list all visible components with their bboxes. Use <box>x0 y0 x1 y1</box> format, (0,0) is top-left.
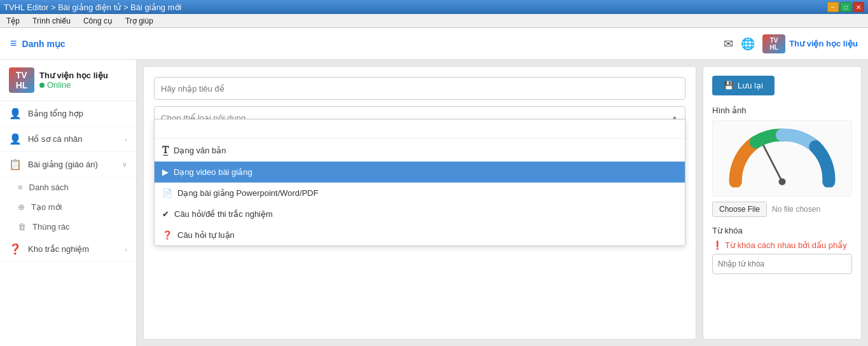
status-dot-icon <box>39 83 45 88</box>
image-preview <box>712 120 852 197</box>
profile-chevron-icon: ‹ <box>125 135 127 143</box>
list-icon: ≡ <box>18 183 23 192</box>
main-layout: TVHL Thư viện học liệu Online 👤 Bảng tổn… <box>0 60 868 346</box>
keyword-input[interactable] <box>712 254 852 274</box>
hamburger-icon[interactable]: ≡ <box>10 37 17 50</box>
menu-help[interactable]: Trợ giúp <box>121 15 157 27</box>
profile-icon: 👤 <box>9 133 22 145</box>
minimize-button[interactable]: − <box>827 2 839 12</box>
content-area: Chọn thể loại nội dung ▲ T̲ Dạng văn bản… <box>137 60 868 346</box>
dropdown-item-text[interactable]: T̲ Dạng văn bản <box>155 139 685 162</box>
keyword-section-label: Từ khóa <box>712 226 852 235</box>
sidebar-item-profile[interactable]: 👤 Hồ sơ cá nhân ‹ <box>0 127 136 152</box>
sidebar-item-trash[interactable]: 🗑 Thùng rác <box>0 217 136 237</box>
right-panel: 💾 Lưu lại Hình ảnh <box>703 66 862 340</box>
user-info: Thư viện học liệu Online <box>39 71 108 90</box>
trash-icon: 🗑 <box>18 222 26 232</box>
text-type-icon: T̲ <box>162 144 169 156</box>
sidebar-user: TVHL Thư viện học liệu Online <box>0 60 136 101</box>
title-input[interactable] <box>154 77 685 100</box>
sidebar-item-dashboard[interactable]: 👤 Bảng tổng hợp <box>0 101 136 127</box>
header-right: ✉ 🌐 TVHL Thư viện học liệu <box>724 34 858 53</box>
title-bar-text: TVHL Editor > Bài giảng điện tử > Bài gi… <box>4 3 181 12</box>
create-icon: ⊕ <box>18 202 25 212</box>
gauge-chart <box>722 123 843 193</box>
app-header: ≡ Danh mục ✉ 🌐 TVHL Thư viện học liệu <box>0 28 868 60</box>
keyword-hint-icon: ❗ <box>712 240 722 250</box>
essay-type-icon: ❓ <box>162 230 172 240</box>
lessons-icon: 📋 <box>9 158 22 170</box>
save-icon: 💾 <box>724 81 734 90</box>
quiz-icon: ❓ <box>9 243 22 255</box>
user-name: Thư viện học liệu <box>39 71 108 80</box>
quiz-type-icon: ✔ <box>162 209 169 219</box>
brand-label: Thư viện học liệu <box>789 39 858 48</box>
dropdown-item-ppt[interactable]: 📄 Dạng bài giảng Powerpoint/Word/PDF <box>155 183 685 204</box>
svg-point-2 <box>779 178 786 185</box>
image-section-label: Hình ảnh <box>712 106 852 115</box>
dashboard-icon: 👤 <box>9 107 22 120</box>
svg-line-1 <box>764 146 782 182</box>
sidebar: TVHL Thư viện học liệu Online 👤 Bảng tổn… <box>0 60 137 346</box>
user-avatar: TVHL <box>9 67 34 93</box>
mail-icon[interactable]: ✉ <box>724 37 733 51</box>
dropdown-item-essay[interactable]: ❓ Câu hỏi tự luận <box>155 225 685 246</box>
save-button[interactable]: 💾 Lưu lại <box>712 76 775 95</box>
header-brand: TVHL Thư viện học liệu <box>762 34 858 53</box>
brand-logo: TVHL <box>762 34 785 53</box>
file-input-row: Choose File No file chosen <box>712 202 852 217</box>
menu-bar: Tệp Trình chiếu Công cụ Trợ giúp <box>0 14 868 28</box>
main-card: Chọn thể loại nội dung ▲ T̲ Dạng văn bản… <box>143 66 696 340</box>
quiz-chevron-icon: ‹ <box>125 246 127 253</box>
user-status: Online <box>39 80 108 90</box>
no-file-label: No file chosen <box>772 205 820 214</box>
content-type-dropdown: T̲ Dạng văn bản ▶ Dạng video bài giảng 📄… <box>154 119 685 246</box>
header-menu-label: Danh mục <box>22 39 65 49</box>
ppt-type-icon: 📄 <box>162 188 172 198</box>
sidebar-item-lessons[interactable]: 📋 Bài giảng (giáo án) ∨ <box>0 152 136 177</box>
keyword-hint: ❗ Từ khóa cách nhau bởi dấu phẩy <box>712 240 852 250</box>
maximize-button[interactable]: □ <box>840 2 851 12</box>
video-type-icon: ▶ <box>162 167 169 177</box>
sidebar-item-quiz-bank[interactable]: ❓ Kho trắc nghiệm ‹ <box>0 237 136 262</box>
dropdown-search-input[interactable] <box>155 120 685 139</box>
lessons-chevron-icon: ∨ <box>122 160 127 169</box>
dropdown-item-video[interactable]: ▶ Dạng video bài giảng <box>155 162 685 183</box>
menu-file[interactable]: Tệp <box>3 15 24 27</box>
choose-file-button[interactable]: Choose File <box>712 202 767 217</box>
menu-tools[interactable]: Công cụ <box>79 15 116 27</box>
dropdown-item-quiz[interactable]: ✔ Câu hỏi/đề thi trắc nghiệm <box>155 204 685 225</box>
title-bar: TVHL Editor > Bài giảng điện tử > Bài gi… <box>0 0 868 14</box>
close-button[interactable]: ✕ <box>853 2 864 12</box>
sidebar-item-create[interactable]: ⊕ Tạo mới <box>0 197 136 217</box>
globe-icon[interactable]: 🌐 <box>741 37 755 51</box>
window-controls: − □ ✕ <box>827 2 864 12</box>
menu-slideshow[interactable]: Trình chiếu <box>29 15 74 27</box>
sidebar-item-list[interactable]: ≡ Danh sách <box>0 177 136 197</box>
